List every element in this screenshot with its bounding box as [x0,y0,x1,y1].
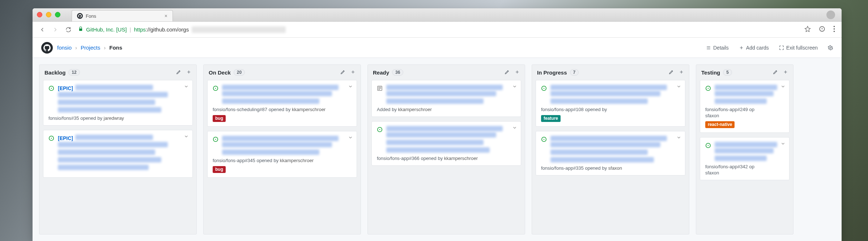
card-title-redacted [58,157,161,162]
svg-point-13 [215,139,216,140]
exit-fullscreen-button[interactable]: Exit fullscreen [779,45,818,51]
card-title-redacted [58,100,155,105]
card-title-redacted [222,136,339,141]
card-menu-chevron[interactable] [184,134,189,140]
issue-open-icon [213,85,218,104]
traffic-lights [37,12,60,17]
issue-open-icon [213,136,218,155]
svg-point-24 [708,145,709,146]
card-menu-chevron[interactable] [676,135,681,141]
column-count-badge: 7 [570,69,579,76]
tab-close-button[interactable]: × [165,13,167,19]
crumb-org[interactable]: fonsio [57,45,72,51]
nav-forward-button[interactable] [52,26,59,33]
address-bar: GitHub, Inc. [US] | https://github.com/o… [33,21,842,38]
card-title-redacted [550,91,660,96]
column-add-card-button[interactable] [679,69,684,76]
tab-title: Fons [86,13,96,19]
svg-point-3 [834,28,835,30]
card-title-redacted [386,126,503,131]
column-title: Backlog [44,69,65,76]
card-title-redacted [386,147,490,153]
project-card[interactable]: fonsio/fons-app#335 opened by sfaxon [536,131,685,176]
card-meta-user: sfaxon [705,113,784,118]
card-menu-chevron[interactable] [512,84,517,90]
addrbar-right-actions [804,26,835,33]
chrome-profile-avatar[interactable] [826,10,835,19]
card-title-redacted [222,91,332,96]
project-card[interactable]: fonsio/fons-app#108 opened byfeature [536,80,685,127]
extension-info-icon[interactable] [819,26,825,33]
nav-reload-button[interactable] [65,26,72,33]
column-add-card-button[interactable] [783,69,788,76]
note-icon [377,85,383,104]
project-card[interactable]: [EPIC] [43,130,193,178]
svg-point-7 [51,88,52,89]
card-menu-chevron[interactable] [184,84,189,90]
window-close-button[interactable] [37,12,42,17]
github-favicon [77,13,83,19]
column-edit-button[interactable] [176,69,181,76]
card-title-redacted [715,148,774,153]
project-settings-button[interactable] [828,45,833,50]
card-menu-chevron[interactable] [348,84,353,90]
add-cards-button[interactable]: Add cards [739,45,769,51]
board-column: Backlog12[EPIC]fonsio/fons#35 opened by … [39,64,197,234]
details-button[interactable]: Details [706,45,729,51]
column-add-card-button[interactable] [350,69,356,76]
browser-tab[interactable]: Fons × [72,10,173,21]
project-card[interactable]: fonsio/fons-app#345 opened by kkampersch… [207,131,357,178]
project-card[interactable]: Added by kkamperschroer [371,80,521,117]
card-title-redacted [715,85,777,90]
svg-point-9 [51,138,52,139]
project-card[interactable]: [EPIC]fonsio/fons#35 opened by jaredwray [43,80,193,126]
project-card[interactable]: fonsio/fons-app#342 opsfaxon [700,137,790,180]
crumb-projects[interactable]: Projects [81,45,100,51]
window-zoom-button[interactable] [55,12,60,17]
url-field[interactable]: GitHub, Inc. [US] | https://github.com/o… [78,26,798,33]
chrome-menu-button[interactable] [833,26,835,33]
column-add-card-button[interactable] [515,69,520,76]
board-column: In Progress7fonsio/fons-app#108 opened b… [532,64,689,234]
issue-open-icon [377,127,383,153]
card-title-redacted [550,85,667,90]
url-ev-badge: GitHub, Inc. [US] [86,26,127,33]
issue-open-icon [541,136,547,162]
column-edit-button[interactable] [505,69,510,76]
card-title-redacted [386,91,496,96]
card-menu-chevron[interactable] [780,141,786,147]
bookmark-star-button[interactable] [804,26,811,33]
column-count-badge: 20 [234,69,245,76]
board-column: Testing5fonsio/fons-app#249 opsfaxonreac… [696,64,793,234]
card-title-redacted [75,85,153,90]
browser-window: Fons × GitHub, Inc. [US] | https://githu… [33,8,842,241]
column-edit-button[interactable] [340,69,345,76]
card-title-redacted [550,98,648,104]
window-minimize-button[interactable] [46,12,51,17]
crumb-sep: › [104,45,106,51]
project-card[interactable]: fonsio/fons-app#249 opsfaxonreact-native [700,80,790,133]
project-card[interactable]: fonsio/fons-app#366 opened by kkampersch… [371,121,521,166]
issue-open-icon [541,85,547,104]
github-logo[interactable] [41,42,53,54]
svg-point-4 [834,31,835,32]
card-meta: fonsio/fons#35 opened by jaredwray [48,115,187,121]
card-meta: Added by kkamperschroer [377,107,516,112]
card-menu-chevron[interactable] [348,135,353,141]
crumb-sep: › [75,45,77,51]
card-menu-chevron[interactable] [676,84,681,90]
nav-back-button[interactable] [39,26,46,33]
column-count-badge: 5 [723,69,732,76]
column-edit-button[interactable] [669,69,674,76]
card-title-redacted [715,156,767,161]
card-meta: fonsio/fons-app#342 op [705,164,784,169]
url-host: ://github.com/orgs [146,26,189,33]
column-add-card-button[interactable] [186,69,191,76]
card-menu-chevron[interactable] [512,125,517,131]
svg-point-18 [544,88,545,89]
card-title-redacted [386,132,496,138]
svg-point-2 [834,26,835,27]
card-menu-chevron[interactable] [780,84,786,90]
column-edit-button[interactable] [773,69,778,76]
project-card[interactable]: fonsio/fons-scheduling#87 opened by kkam… [207,80,357,127]
